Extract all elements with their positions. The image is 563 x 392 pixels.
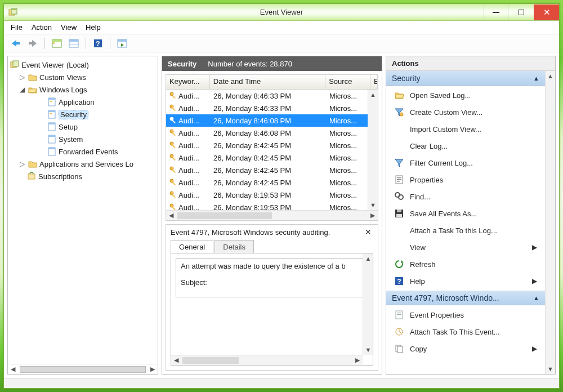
action-item[interactable]: Filter Current Log...: [386, 154, 545, 171]
table-row[interactable]: Audi...26, Monday 8:42:45 PMMicros...4: [166, 164, 378, 176]
action-item[interactable]: Clear Log...: [386, 137, 545, 154]
action-item[interactable]: ?Help▶: [386, 273, 545, 289]
show-tree-button[interactable]: [50, 37, 64, 50]
back-button[interactable]: [8, 37, 23, 50]
col-keywords[interactable]: Keywor...: [166, 75, 210, 89]
table-row[interactable]: Audi...26, Monday 8:42:45 PMMicros...4: [166, 176, 378, 189]
action-item[interactable]: Copy▶: [386, 340, 545, 357]
tree-subscriptions[interactable]: Subscriptions: [10, 170, 155, 182]
maximize-button[interactable]: [508, 5, 534, 20]
tree-wl-forwarded[interactable]: Forwarded Events: [10, 145, 155, 158]
action-item[interactable]: Attach a Task To this Log...: [386, 222, 545, 239]
action-item[interactable]: Save All Events As...: [386, 205, 545, 222]
table-row[interactable]: Audi...26, Monday 8:19:53 PMMicros...4: [166, 189, 378, 201]
tree[interactable]: Event Viewer (Local) ▷ Custom Views ◢ Wi…: [8, 56, 158, 364]
panes-button[interactable]: [66, 37, 81, 50]
detail-close-button[interactable]: ✕: [363, 227, 373, 237]
table-row[interactable]: Audi...26, Monday 8:46:08 PMMicros...4: [166, 114, 378, 127]
col-source[interactable]: Source: [325, 75, 370, 89]
scroll-thumb[interactable]: [20, 366, 146, 373]
scroll-thumb[interactable]: [177, 212, 272, 219]
tree-root[interactable]: Event Viewer (Local): [10, 59, 155, 71]
forward-button[interactable]: [25, 37, 40, 50]
svg-marker-3: [12, 40, 16, 47]
chevron-right-icon: ▶: [532, 243, 537, 251]
grid-v-scrollbar[interactable]: ▲▼: [368, 90, 378, 210]
scroll-left-icon[interactable]: ◀: [166, 212, 176, 219]
action-item[interactable]: View▶: [386, 239, 545, 256]
scroll-up-icon[interactable]: ▲: [546, 71, 555, 81]
action-item[interactable]: Import Custom View...: [386, 121, 545, 137]
collapse-icon[interactable]: ▲: [533, 75, 539, 82]
scroll-up-icon[interactable]: ▲: [368, 90, 378, 100]
svg-rect-6: [29, 42, 33, 44]
action-label: Save All Events As...: [410, 210, 477, 218]
action-item[interactable]: Attach Task To This Event...: [386, 323, 545, 340]
folder-icon: [28, 159, 37, 168]
actions-group-security[interactable]: Security ▲: [386, 71, 545, 86]
menu-action[interactable]: Action: [32, 23, 52, 32]
menubar: File Action View Help: [4, 21, 559, 34]
minimize-button[interactable]: [483, 5, 508, 20]
scroll-right-icon[interactable]: ▶: [148, 364, 158, 374]
funnel-gold-icon: [394, 107, 404, 117]
tree-windows-logs[interactable]: ◢ Windows Logs: [10, 83, 155, 96]
tab-details[interactable]: Details: [215, 240, 254, 253]
close-button[interactable]: ✕: [534, 5, 559, 20]
actions-v-scrollbar[interactable]: ▲▼: [545, 71, 555, 374]
tree-wl-security[interactable]: Security: [10, 108, 155, 121]
tree-wl-system[interactable]: System: [10, 133, 155, 145]
log-icon: [47, 147, 56, 156]
table-row[interactable]: Audi...26, Monday 8:46:08 PMMicros...4: [166, 127, 378, 139]
detail-h-scrollbar[interactable]: ◀▶: [171, 355, 363, 365]
svg-rect-61: [397, 181, 400, 182]
expander-icon[interactable]: ▷: [18, 160, 26, 168]
scroll-down-icon[interactable]: ▼: [546, 364, 555, 374]
collapse-icon[interactable]: ▲: [533, 295, 539, 301]
table-row[interactable]: Audi...26, Monday 8:42:45 PMMicros...4: [166, 139, 378, 152]
table-row[interactable]: Audi...26, Monday 8:19:53 PMMicros...4: [166, 201, 378, 210]
svg-rect-50: [172, 194, 176, 198]
col-datetime[interactable]: Date and Time: [210, 75, 325, 89]
action-item[interactable]: Create Custom View...: [386, 104, 545, 121]
grid-body[interactable]: Audi...26, Monday 8:46:33 PMMicros...4Au…: [166, 90, 378, 210]
svg-rect-27: [48, 123, 55, 124]
action-item[interactable]: Event Properties: [386, 306, 545, 323]
tree-wl-application[interactable]: Application: [10, 96, 155, 108]
client-area: Event Viewer (Local) ▷ Custom Views ◢ Wi…: [4, 52, 559, 378]
help-button[interactable]: ?: [91, 37, 105, 50]
svg-rect-38: [172, 120, 176, 123]
scroll-down-icon[interactable]: ▼: [368, 200, 378, 210]
table-row[interactable]: Audi...26, Monday 8:46:33 PMMicros...4: [166, 90, 378, 102]
menu-help[interactable]: Help: [86, 23, 101, 32]
menu-file[interactable]: File: [11, 23, 23, 32]
tree-custom-views[interactable]: ▷ Custom Views: [10, 71, 155, 83]
actions-group-label: Event 4797, Microsoft Windo...: [392, 293, 499, 302]
action-item[interactable]: Find...: [386, 188, 545, 205]
action-item[interactable]: Properties: [386, 171, 545, 188]
tree-wl-setup[interactable]: Setup: [10, 121, 155, 133]
table-row[interactable]: Audi...26, Monday 8:46:33 PMMicros...4: [166, 102, 378, 114]
scroll-right-icon[interactable]: ▶: [368, 212, 378, 219]
menu-view[interactable]: View: [61, 23, 77, 32]
action-label: Copy: [410, 345, 427, 353]
action-item[interactable]: Refresh: [386, 256, 545, 273]
expander-icon[interactable]: ◢: [18, 86, 26, 93]
grid-header-row[interactable]: Keywor... Date and Time Source Ever: [166, 75, 378, 90]
grid-h-scrollbar[interactable]: ◀▶: [166, 210, 378, 220]
action-item[interactable]: Open Saved Log...: [386, 87, 545, 104]
expander-icon[interactable]: ▷: [18, 73, 26, 81]
titlebar[interactable]: Event Viewer ✕: [4, 4, 559, 21]
col-eventid[interactable]: Ever: [370, 75, 378, 89]
tree-h-scrollbar[interactable]: ◀ ▶: [8, 364, 158, 374]
detail-v-scrollbar[interactable]: ▲▼: [363, 253, 373, 355]
refresh-panes-button[interactable]: [115, 37, 129, 50]
svg-point-56: [400, 113, 403, 116]
actions-group-event[interactable]: Event 4797, Microsoft Windo... ▲: [386, 291, 545, 305]
key-icon: [169, 141, 177, 149]
tree-pane: Event Viewer (Local) ▷ Custom Views ◢ Wi…: [7, 56, 158, 375]
scroll-left-icon[interactable]: ◀: [8, 364, 18, 374]
tab-general[interactable]: General: [171, 240, 213, 253]
tree-apps-services[interactable]: ▷ Applications and Services Lo: [10, 158, 155, 170]
table-row[interactable]: Audi...26, Monday 8:42:45 PMMicros...4: [166, 152, 378, 164]
